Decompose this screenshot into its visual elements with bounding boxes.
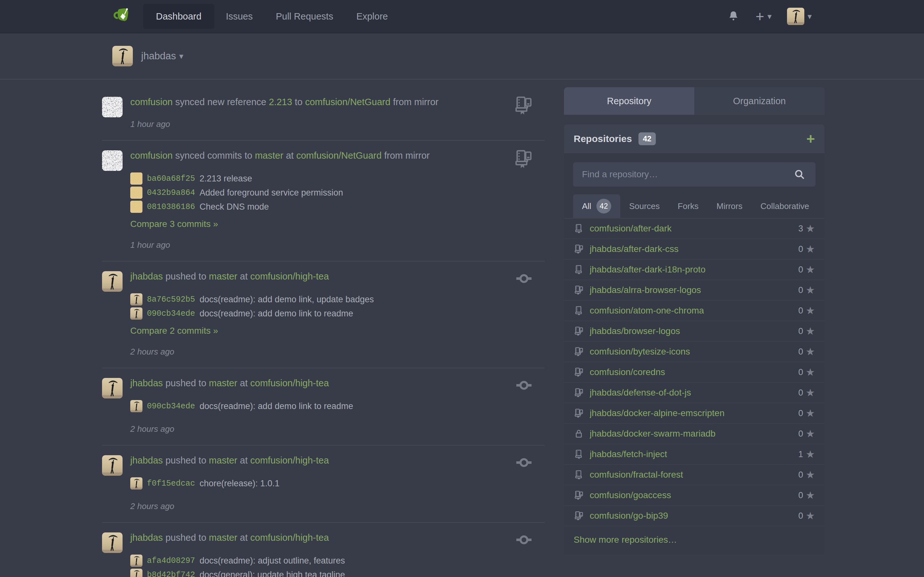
repositories-panel: Repositories 42 + All 42 Sources Forks M… [564,124,825,554]
commit-row: 0810386186 Check DNS mode [130,200,493,214]
star-count-value: 0 [798,511,803,521]
commit-list: afa4d08297 docs(readme): adjust outline,… [130,554,493,577]
actor-avatar[interactable] [102,455,123,476]
actor-avatar[interactable] [102,150,123,171]
actor-avatar[interactable] [102,532,123,553]
star-icon: ★ [806,449,815,459]
feed-link[interactable]: jhabdas [130,378,163,388]
repo-list: comfusion/after-dark 3 ★ jhabdas/after-d… [564,219,825,526]
tab-repository[interactable]: Repository [564,87,694,115]
show-more-repositories-link[interactable]: Show more repositories… [564,526,825,554]
feed-link[interactable]: comfusion/high-tea [250,378,329,388]
commit-hash-link[interactable]: b8d42bf742 [147,570,195,577]
feed-item: comfusion synced new reference 2.213 to … [102,87,545,141]
repo-list-item: jhabdas/defense-of-dot-js 0 ★ [564,383,825,403]
repo-link[interactable]: comfusion/fractal-forest [590,470,683,480]
filter-all-count: 42 [596,199,611,213]
commit-message: docs(readme): add demo link, update badg… [200,295,374,305]
compare-commits-link[interactable]: Compare 2 commits » [130,326,218,336]
repo-link[interactable]: jhabdas/browser-logos [590,326,680,336]
search-icon[interactable] [793,168,806,181]
repo-link[interactable]: jhabdas/alrra-browser-logos [590,285,701,295]
repo-list-item: comfusion/after-dark 3 ★ [564,219,825,239]
filter-forks[interactable]: Forks [669,194,708,218]
user-avatar [787,8,804,25]
filter-sources[interactable]: Sources [620,194,669,218]
filter-collaborative[interactable]: Collaborative [751,194,818,218]
nav-item-dashboard[interactable]: Dashboard [143,4,214,29]
feed-link[interactable]: jhabdas [130,455,163,466]
commit-hash-link[interactable]: f0f15edcac [147,479,195,488]
notifications-bell-icon[interactable] [727,10,740,23]
filter-mirrors[interactable]: Mirrors [708,194,751,218]
actor-avatar[interactable] [102,271,123,292]
repo-list-item: comfusion/fractal-forest 0 ★ [564,465,825,485]
repo-filters: All 42 Sources Forks Mirrors Collaborati… [564,194,825,219]
commit-hash-link[interactable]: 090cb34ede [147,402,195,411]
repo-link[interactable]: comfusion/after-dark [590,223,672,234]
repo-link[interactable]: comfusion/bytesize-icons [590,347,690,357]
repo-link[interactable]: comfusion/atom-one-chroma [590,306,704,316]
create-new-menu[interactable]: + ▾ [756,9,772,24]
commit-hash-link[interactable]: 090cb34ede [147,309,195,318]
nav-item-pull-requests[interactable]: Pull Requests [264,0,345,33]
repo-star-count: 0 ★ [798,306,815,316]
repo-link[interactable]: comfusion/goaccess [590,490,671,500]
repo-link[interactable]: comfusion/go-bip39 [590,511,668,521]
feed-text: from mirror [393,97,439,107]
commit-hash-link[interactable]: afa4d08297 [147,556,195,566]
feed-link[interactable]: comfusion/NetGuard [305,97,391,107]
user-menu[interactable]: ▾ [787,8,812,25]
star-icon: ★ [806,347,815,357]
star-icon: ★ [806,223,815,234]
context-avatar[interactable] [112,46,133,66]
feed-link[interactable]: master [209,455,237,466]
feed-link[interactable]: comfusion [130,97,173,107]
repo-search-input[interactable] [573,162,816,187]
star-count-value: 0 [798,265,803,275]
repo-link[interactable]: jhabdas/after-dark-css [590,244,678,254]
feed-link[interactable]: master [209,378,237,388]
repo-link[interactable]: jhabdas/after-dark-i18n-proto [590,264,706,275]
commit-hash-link[interactable]: ba60a68f25 [147,174,195,183]
feed-link[interactable]: comfusion/high-tea [250,271,329,282]
gitea-logo-icon[interactable] [112,6,134,27]
feed-link[interactable]: master [209,532,237,543]
context-switcher[interactable]: jhabdas ▾ [133,50,184,62]
repo-list-item: comfusion/go-bip39 0 ★ [564,506,825,526]
nav-item-issues[interactable]: Issues [214,0,264,33]
commit-hash-link[interactable]: 8a76c592b5 [147,295,195,304]
feed-link[interactable]: comfusion/high-tea [250,532,329,543]
repo-star-count: 0 ★ [798,388,815,398]
nav-item-explore[interactable]: Explore [345,0,399,33]
actor-avatar[interactable] [102,378,123,398]
repo-link[interactable]: jhabdas/docker-alpine-emscripten [590,408,724,418]
star-icon: ★ [806,511,815,521]
feed-link[interactable]: jhabdas [130,532,163,543]
commit-list: 8a76c592b5 docs(readme): add demo link, … [130,292,493,336]
feed-link[interactable]: comfusion [130,150,173,161]
feed-link[interactable]: master [209,271,237,282]
repo-link[interactable]: comfusion/coredns [590,367,665,377]
commit-hash-link[interactable]: 0810386186 [147,202,195,211]
feed-link[interactable]: comfusion/high-tea [250,455,329,466]
repo-link[interactable]: jhabdas/defense-of-dot-js [590,388,691,398]
add-repository-button[interactable]: + [806,131,815,146]
tab-organization[interactable]: Organization [694,87,825,115]
filter-all[interactable]: All 42 [573,194,620,218]
repositories-header: Repositories 42 + [564,124,825,153]
commit-hash-link[interactable]: 0432b9a864 [147,188,195,197]
repo-link[interactable]: jhabdas/fetch-inject [590,449,667,459]
feed-text: at [240,532,248,543]
actor-avatar[interactable] [102,97,123,117]
compare-commits-link[interactable]: Compare 3 commits » [130,219,218,229]
feed-link[interactable]: comfusion/NetGuard [296,150,381,161]
feed-link[interactable]: 2.213 [269,97,292,107]
feed-header: jhabdas pushed to master at comfusion/hi… [130,270,493,283]
feed-link[interactable]: jhabdas [130,271,163,282]
star-count-value: 0 [798,429,803,439]
commit-message: Added foreground service permission [200,188,343,198]
activity-type-icon [513,95,533,117]
repo-link[interactable]: jhabdas/docker-swarm-mariadb [590,429,716,439]
feed-link[interactable]: master [255,150,283,161]
